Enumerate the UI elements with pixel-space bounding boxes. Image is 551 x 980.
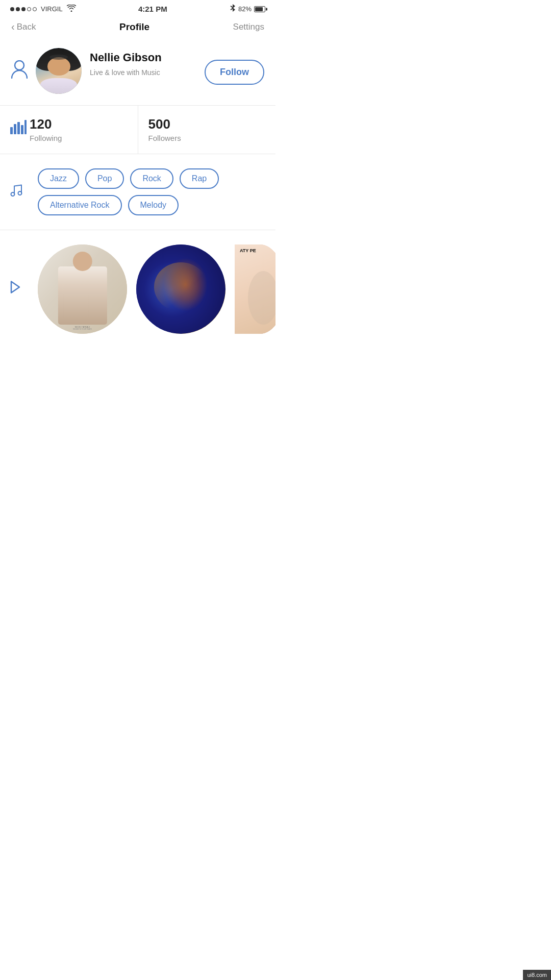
album-cover-2[interactable]	[136, 244, 226, 334]
genre-alternative-rock[interactable]: Alternative Rock	[38, 195, 122, 215]
genre-rap[interactable]: Rap	[180, 168, 219, 189]
carrier-label: VIRGIL	[41, 5, 63, 13]
chevron-left-icon: ‹	[11, 21, 15, 33]
genres-container: Jazz Pop Rock Rap Alternative Rock Melod…	[11, 168, 264, 215]
page-title: Profile	[119, 21, 149, 33]
signal-dot-1	[10, 7, 14, 11]
avatar-wrapper	[36, 48, 82, 94]
battery-fill	[255, 7, 263, 11]
following-label: Following	[30, 134, 128, 142]
svg-point-0	[15, 61, 24, 70]
chart-icon	[10, 120, 27, 137]
svg-rect-1	[10, 127, 13, 134]
genre-melody[interactable]: Melody	[128, 195, 179, 215]
follow-button[interactable]: Follow	[205, 60, 264, 85]
status-right: 82%	[230, 4, 265, 14]
album-cover-3[interactable]: ATY PE	[235, 244, 276, 334]
back-button[interactable]: ‹ Back	[11, 21, 36, 33]
avatar	[36, 48, 82, 94]
settings-button[interactable]: Settings	[233, 22, 264, 32]
status-bar: VIRGIL 4:21 PM 82%	[0, 0, 276, 17]
stats-section: 120 Following 500 Followers	[0, 105, 276, 154]
svg-rect-5	[24, 120, 27, 134]
followers-content: 500 Followers	[148, 117, 266, 142]
album-cover-1[interactable]: NICKI MINAJ REGRET IN YOUR TEARS	[38, 244, 127, 334]
battery-icon	[254, 6, 265, 12]
svg-rect-3	[17, 122, 20, 134]
profile-top: Nellie Gibson Live & love with Music Fol…	[11, 48, 264, 94]
svg-rect-4	[21, 125, 23, 134]
genre-pop[interactable]: Pop	[85, 168, 124, 189]
following-count: 120	[30, 117, 128, 132]
battery-percent: 82%	[238, 5, 252, 13]
following-stat: 120 Following	[0, 106, 138, 154]
genre-rock[interactable]: Rock	[130, 168, 173, 189]
music-icon	[9, 183, 23, 201]
status-time: 4:21 PM	[138, 5, 167, 13]
albums-section: NICKI MINAJ REGRET IN YOUR TEARS ATY PE	[0, 230, 276, 348]
followers-stat: 500 Followers	[138, 106, 276, 154]
signal-dot-4	[27, 7, 31, 11]
profile-bio: Live & love with Music	[90, 68, 196, 77]
signal-dot-5	[33, 7, 37, 11]
profile-section: Nellie Gibson Live & love with Music Fol…	[0, 39, 276, 105]
bluetooth-icon	[230, 4, 236, 14]
following-content: 120 Following	[10, 117, 128, 142]
genre-jazz[interactable]: Jazz	[38, 168, 79, 189]
status-left: VIRGIL	[10, 5, 76, 13]
wifi-icon	[67, 5, 76, 13]
back-label: Back	[17, 22, 36, 32]
svg-rect-2	[14, 124, 16, 134]
person-icon	[11, 60, 28, 82]
genres-section: Jazz Pop Rock Rap Alternative Rock Melod…	[0, 154, 276, 230]
signal-dot-2	[16, 7, 20, 11]
followers-label: Followers	[148, 134, 266, 142]
play-icon	[9, 280, 21, 298]
profile-name: Nellie Gibson	[90, 51, 196, 64]
albums-row: NICKI MINAJ REGRET IN YOUR TEARS ATY PE	[11, 244, 276, 334]
nav-bar: ‹ Back Profile Settings	[0, 17, 276, 39]
signal-dots	[10, 7, 37, 11]
followers-count: 500	[148, 117, 266, 132]
signal-dot-3	[21, 7, 26, 11]
